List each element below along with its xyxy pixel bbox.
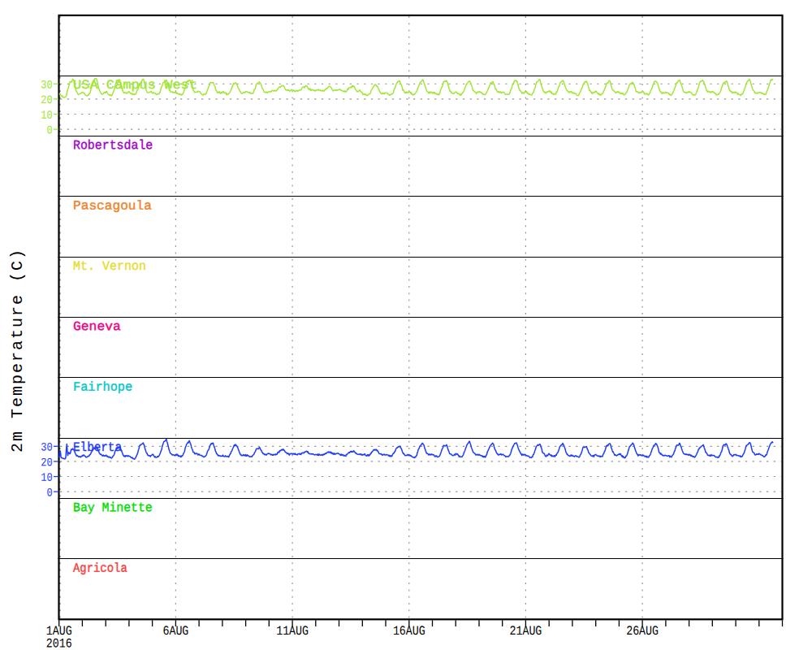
svg-text:20: 20 <box>41 456 53 469</box>
svg-text:6AUG: 6AUG <box>162 624 188 638</box>
svg-text:16AUG: 16AUG <box>393 624 425 638</box>
svg-text:11AUG: 11AUG <box>276 624 309 638</box>
svg-text:10: 10 <box>41 471 53 484</box>
svg-text:26AUG: 26AUG <box>626 624 659 638</box>
svg-text:Pascagoula: Pascagoula <box>73 199 152 214</box>
svg-text:0: 0 <box>47 124 53 136</box>
svg-text:30: 30 <box>41 441 53 454</box>
svg-text:30: 30 <box>41 79 53 92</box>
svg-text:20: 20 <box>41 93 53 106</box>
svg-text:USA Campus West: USA Campus West <box>73 77 197 92</box>
svg-text:Fairhope: Fairhope <box>73 379 132 394</box>
svg-text:Mt. Vernon: Mt. Vernon <box>73 259 146 275</box>
svg-text:Bay Minette: Bay Minette <box>73 500 153 516</box>
svg-text:Geneva: Geneva <box>73 320 121 335</box>
svg-text:2016: 2016 <box>46 636 72 650</box>
svg-text:2m Temperature (C): 2m Temperature (C) <box>8 248 27 453</box>
svg-text:10: 10 <box>41 109 53 122</box>
svg-text:Agricola: Agricola <box>73 561 127 575</box>
svg-text:Elberta: Elberta <box>73 440 122 455</box>
svg-text:0: 0 <box>47 486 53 499</box>
svg-text:Robertsdale: Robertsdale <box>73 138 153 154</box>
svg-text:21AUG: 21AUG <box>509 624 542 638</box>
